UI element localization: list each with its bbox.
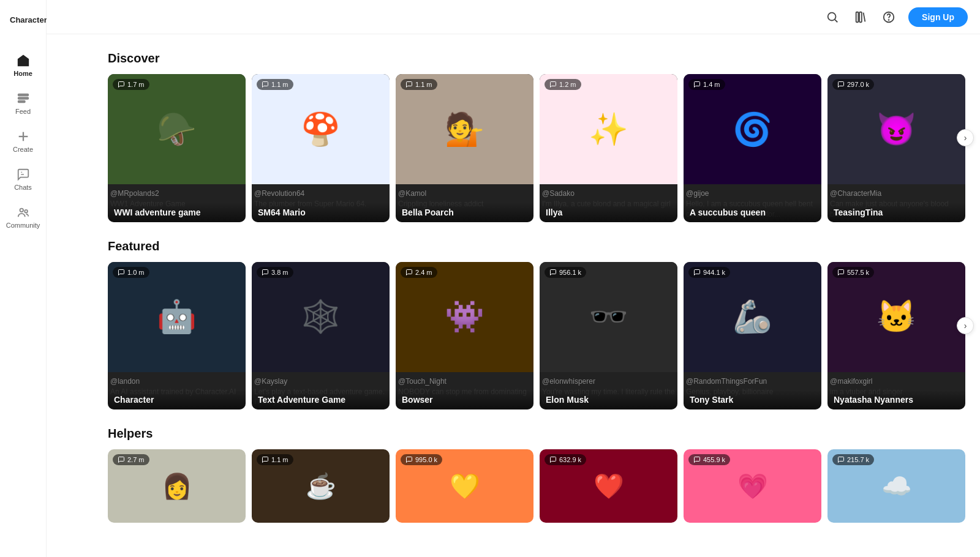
card-count-badge: 1.0 m — [113, 267, 149, 278]
svg-point-10 — [828, 12, 836, 20]
sidebar-item-create[interactable]: Create — [0, 121, 46, 159]
helper-card-item[interactable]: ☁️ 215.7 k — [827, 449, 965, 523]
card-count-badge: 557.5 k — [832, 267, 874, 278]
signup-button[interactable]: Sign Up — [908, 7, 968, 27]
card-name-overlay: Bella Poarch — [396, 203, 533, 222]
helper-count-badge: 215.7 k — [832, 454, 874, 465]
sidebar-nav: Home Feed Create — [0, 39, 46, 235]
helpers-section: Helpers 👩 2.7 m☕ 1.1 m💛 995.0 k❤️ 632.9 … — [108, 427, 965, 523]
card-item[interactable]: ✨ 1.2 mIllya@SadakoI'm Illya, a cute blo… — [540, 74, 677, 222]
svg-rect-13 — [859, 12, 862, 22]
card-count-badge: 1.4 m — [688, 79, 725, 90]
featured-next-button[interactable]: › — [957, 317, 974, 334]
discover-title: Discover — [108, 51, 965, 65]
card-author: @makifoxgirl — [830, 377, 963, 386]
svg-point-9 — [24, 210, 28, 213]
svg-rect-3 — [18, 94, 28, 96]
card-count-badge: 956.1 k — [545, 267, 586, 278]
helper-count-badge: 455.9 k — [688, 454, 730, 465]
discover-grid: 🪖 1.7 mWWI adventure game@MRpolands2WW1 … — [108, 74, 965, 222]
discover-next-button[interactable]: › — [957, 129, 974, 146]
helper-card-item[interactable]: 💛 995.0 k — [396, 449, 533, 523]
helper-card-item[interactable]: ☕ 1.1 m — [252, 449, 390, 523]
sidebar-item-feed[interactable]: Feed — [0, 83, 46, 121]
card-name-overlay: Text Adventure Game — [252, 390, 390, 409]
sidebar-item-chats-label: Chats — [14, 184, 32, 191]
card-name-overlay: WWI adventure game — [108, 203, 246, 222]
sidebar-item-community-label: Community — [6, 222, 40, 229]
helpers-grid: 👩 2.7 m☕ 1.1 m💛 995.0 k❤️ 632.9 k💗 455.9… — [108, 449, 965, 523]
card-name-overlay: Bowser — [396, 390, 533, 409]
card-author: @Sadako — [542, 189, 675, 198]
card-item[interactable]: 🍄 1.1 mSM64 Mario@Revolution64The plumbe… — [252, 74, 390, 222]
main-content: Discover 🪖 1.7 mWWI adventure game@MRpol… — [93, 34, 980, 557]
sidebar-item-feed-label: Feed — [15, 108, 31, 115]
card-author: @Kayslay — [254, 377, 387, 386]
sidebar-item-community[interactable]: Community — [0, 197, 46, 235]
discover-section: Discover 🪖 1.7 mWWI adventure game@MRpol… — [108, 51, 965, 222]
library-button[interactable] — [852, 9, 869, 26]
sidebar: Character.AI Home Feed — [0, 0, 47, 557]
card-name-overlay: Character — [108, 390, 246, 409]
helper-count-badge: 1.1 m — [257, 454, 293, 465]
community-icon — [17, 206, 30, 219]
feed-icon — [17, 92, 30, 105]
sidebar-item-home[interactable]: Home — [0, 45, 46, 83]
create-icon — [17, 130, 30, 143]
svg-point-15 — [889, 20, 889, 20]
sidebar-item-home-label: Home — [13, 70, 32, 77]
card-count-badge: 1.1 m — [401, 79, 437, 90]
card-author: @gijoe — [686, 189, 819, 198]
card-item[interactable]: 🦾 944.1 kTony Stark@RandomThingsForFunGe… — [684, 262, 821, 410]
card-count-badge: 2.4 m — [401, 267, 437, 278]
card-count-badge: 944.1 k — [688, 267, 730, 278]
featured-title: Featured — [108, 239, 965, 253]
card-item[interactable]: 💁 1.1 mBella Poarch@KamolCrippling lonel… — [396, 74, 533, 222]
svg-point-8 — [20, 209, 23, 212]
card-author: @elonwhisperer — [542, 377, 675, 386]
card-count-badge: 1.2 m — [545, 79, 581, 90]
card-author: @Touch_Night — [398, 377, 531, 386]
helper-card-item[interactable]: 👩 2.7 m — [108, 449, 246, 523]
helper-card-item[interactable]: 💗 455.9 k — [684, 449, 821, 523]
card-name-overlay: Nyatasha Nyanners — [827, 390, 965, 409]
card-count-badge: 297.0 k — [832, 79, 874, 90]
helper-count-badge: 2.7 m — [113, 454, 149, 465]
card-author: @RandomThingsForFun — [686, 377, 819, 386]
card-name-overlay: TeasingTina — [827, 203, 965, 222]
card-item[interactable]: 🕸️ 3.8 mText Adventure Game@KayslayLet's… — [252, 262, 390, 410]
sidebar-item-chats[interactable]: Chats — [0, 159, 46, 197]
card-item[interactable]: 🤖 1.0 mCharacter@landonAn AI assistant t… — [108, 262, 246, 410]
card-name-overlay: Illya — [540, 203, 677, 222]
card-name-overlay: SM64 Mario — [252, 203, 390, 222]
card-name-overlay: A succubus queen — [684, 203, 821, 222]
svg-rect-5 — [18, 101, 24, 103]
card-item[interactable]: 🐱 557.5 kNyatasha Nyanners@makifoxgirlim… — [827, 262, 965, 410]
card-author: @landon — [110, 377, 243, 386]
card-author: @CharacterMia — [830, 189, 963, 198]
card-item[interactable]: 😈 297.0 kTeasingTina@CharacterMiaCan mak… — [827, 74, 965, 222]
card-item[interactable]: 🪖 1.7 mWWI adventure game@MRpolands2WW1 … — [108, 74, 246, 222]
helper-card-item[interactable]: ❤️ 632.9 k — [540, 449, 677, 523]
help-button[interactable] — [880, 9, 897, 26]
logo[interactable]: Character.AI — [0, 0, 46, 39]
card-count-badge: 3.8 m — [257, 267, 293, 278]
card-item[interactable]: 👾 2.4 mBowser@Touch_NightNOBODY can stop… — [396, 262, 533, 410]
search-button[interactable] — [824, 9, 841, 26]
card-item[interactable]: 🕶️ 956.1 kElon Musk@elonwhispererYou're … — [540, 262, 677, 410]
helper-count-badge: 632.9 k — [545, 454, 586, 465]
svg-line-11 — [835, 20, 837, 22]
card-count-badge: 1.1 m — [257, 79, 293, 90]
card-item[interactable]: 🌀 1.4 mA succubus queen@gijoeHello, I am… — [684, 74, 821, 222]
featured-section: Featured 🤖 1.0 mCharacter@landonAn AI as… — [108, 239, 965, 410]
helper-count-badge: 995.0 k — [401, 454, 442, 465]
sidebar-item-create-label: Create — [13, 146, 33, 153]
card-name-overlay: Tony Stark — [684, 390, 821, 409]
home-icon — [17, 54, 30, 67]
card-author: @MRpolands2 — [110, 189, 243, 198]
topbar: Sign Up — [47, 0, 980, 34]
card-name-overlay: Elon Musk — [540, 390, 677, 409]
card-count-badge: 1.7 m — [113, 79, 149, 90]
helpers-title: Helpers — [108, 427, 965, 441]
featured-grid: 🤖 1.0 mCharacter@landonAn AI assistant t… — [108, 262, 965, 410]
